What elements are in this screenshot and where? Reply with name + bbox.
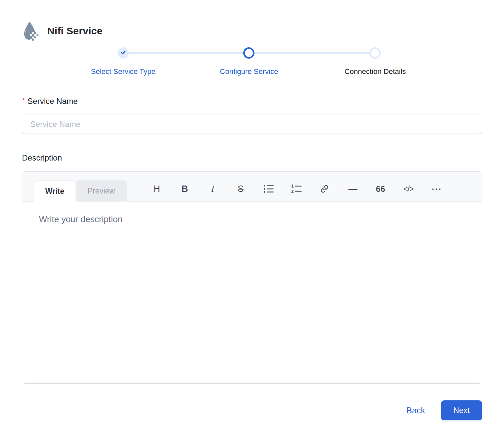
description-editor: Write Preview H B I S [22, 171, 482, 384]
service-wizard-page: Nifi Service Select Service Type Configu… [0, 0, 504, 443]
service-name-input[interactable] [22, 115, 482, 134]
code-icon: </> [403, 185, 413, 194]
code-button[interactable]: </> [402, 183, 415, 195]
link-button[interactable] [318, 183, 331, 195]
description-label-text: Description [22, 153, 62, 163]
service-name-label-text: Service Name [28, 97, 78, 106]
wizard-stepper: Select Service Type Configure Service Co… [22, 47, 482, 81]
step-completed-circle [118, 47, 129, 59]
italic-button[interactable]: I [206, 183, 219, 195]
check-icon [121, 50, 126, 57]
step-pending-circle [370, 47, 381, 59]
tab-write[interactable]: Write [34, 181, 76, 202]
bold-icon: B [181, 184, 188, 194]
numbered-list-button[interactable]: 1 2 [290, 183, 303, 195]
required-asterisk: * [22, 96, 25, 105]
strikethrough-icon: S [238, 184, 244, 194]
quote-icon: 66 [376, 184, 385, 194]
numbered-list-icon: 1 2 [291, 184, 302, 194]
svg-text:1: 1 [291, 184, 294, 189]
horizontal-rule-button[interactable]: — [346, 183, 359, 195]
editor-body [22, 202, 482, 383]
more-options-button[interactable]: ••• [430, 183, 443, 195]
step-active-circle [243, 47, 255, 59]
horizontal-rule-icon: — [348, 184, 357, 194]
next-button[interactable]: Next [441, 400, 482, 420]
step-configure-service: Configure Service [220, 47, 278, 76]
back-button[interactable]: Back [406, 406, 425, 415]
step-select-service-type: Select Service Type [91, 47, 155, 76]
quote-button[interactable]: 66 [374, 183, 387, 195]
strikethrough-button[interactable]: S [234, 183, 247, 195]
step-label: Connection Details [345, 67, 406, 76]
service-name-label: * Service Name [22, 97, 482, 106]
step-label: Configure Service [220, 67, 278, 76]
page-header: Nifi Service [22, 0, 482, 42]
svg-text:2: 2 [291, 189, 294, 194]
heading-icon: H [153, 184, 160, 194]
link-icon [320, 184, 330, 194]
wizard-footer: Back Next [22, 400, 482, 420]
bulleted-list-button[interactable] [262, 183, 275, 195]
italic-icon: I [211, 184, 214, 194]
bold-button[interactable]: B [178, 183, 191, 195]
ellipsis-icon: ••• [430, 186, 442, 192]
editor-toolbar: Write Preview H B I S [22, 172, 482, 202]
nifi-droplet-icon [22, 20, 39, 42]
heading-button[interactable]: H [150, 183, 163, 195]
tab-preview[interactable]: Preview [76, 181, 126, 201]
formatting-toolbar: H B I S [150, 183, 458, 195]
description-label: Description [22, 153, 482, 163]
step-label: Select Service Type [91, 67, 155, 76]
editor-tabs: Write Preview [34, 181, 126, 201]
step-connection-details: Connection Details [345, 47, 406, 76]
description-textarea[interactable] [22, 202, 482, 383]
page-title: Nifi Service [47, 25, 103, 37]
bulleted-list-icon [263, 184, 274, 194]
